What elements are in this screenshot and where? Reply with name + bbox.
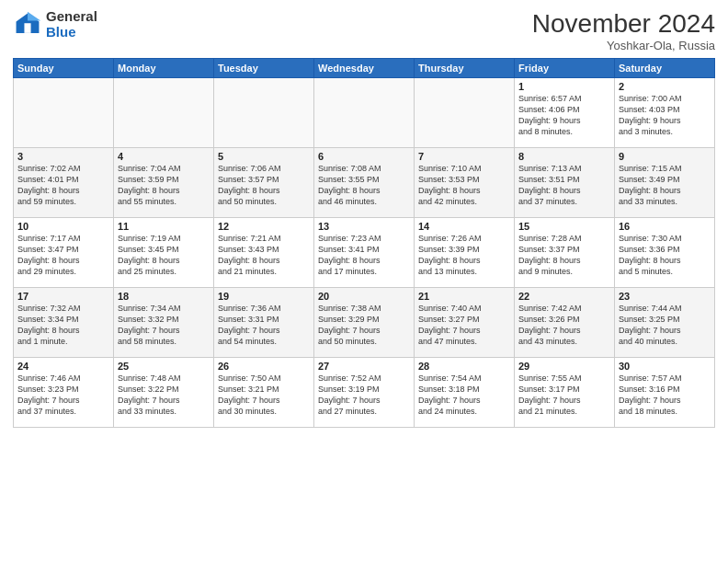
- day-number: 22: [518, 291, 610, 302]
- day-cell: 5Sunrise: 7:06 AM Sunset: 3:57 PM Daylig…: [214, 148, 314, 218]
- day-info: Sunrise: 7:38 AM Sunset: 3:29 PM Dayligh…: [318, 303, 410, 348]
- day-number: 15: [518, 221, 610, 232]
- day-cell: 20Sunrise: 7:38 AM Sunset: 3:29 PM Dayli…: [314, 288, 415, 358]
- day-info: Sunrise: 7:46 AM Sunset: 3:23 PM Dayligh…: [17, 373, 109, 418]
- day-number: 18: [118, 291, 210, 302]
- day-number: 1: [518, 81, 610, 92]
- day-cell: 24Sunrise: 7:46 AM Sunset: 3:23 PM Dayli…: [14, 358, 114, 428]
- week-row-4: 24Sunrise: 7:46 AM Sunset: 3:23 PM Dayli…: [14, 358, 715, 428]
- weekday-header-row: Sunday Monday Tuesday Wednesday Thursday…: [14, 59, 715, 78]
- day-cell: 11Sunrise: 7:19 AM Sunset: 3:45 PM Dayli…: [114, 218, 214, 288]
- day-cell: [314, 78, 415, 148]
- day-cell: 3Sunrise: 7:02 AM Sunset: 4:01 PM Daylig…: [14, 148, 114, 218]
- day-number: 12: [218, 221, 310, 232]
- day-info: Sunrise: 7:36 AM Sunset: 3:31 PM Dayligh…: [218, 303, 310, 348]
- day-cell: 13Sunrise: 7:23 AM Sunset: 3:41 PM Dayli…: [314, 218, 415, 288]
- day-number: 28: [418, 361, 510, 372]
- day-info: Sunrise: 7:19 AM Sunset: 3:45 PM Dayligh…: [118, 233, 210, 278]
- day-info: Sunrise: 7:08 AM Sunset: 3:55 PM Dayligh…: [318, 163, 410, 208]
- svg-rect-2: [24, 23, 30, 33]
- subtitle: Yoshkar-Ola, Russia: [532, 39, 715, 52]
- header: General Blue November 2024 Yoshkar-Ola, …: [13, 9, 715, 52]
- day-cell: 18Sunrise: 7:34 AM Sunset: 3:32 PM Dayli…: [114, 288, 214, 358]
- day-cell: 26Sunrise: 7:50 AM Sunset: 3:21 PM Dayli…: [214, 358, 314, 428]
- day-cell: 25Sunrise: 7:48 AM Sunset: 3:22 PM Dayli…: [114, 358, 214, 428]
- day-cell: 21Sunrise: 7:40 AM Sunset: 3:27 PM Dayli…: [415, 288, 515, 358]
- day-number: 21: [418, 291, 510, 302]
- day-number: 3: [17, 151, 109, 162]
- day-cell: 22Sunrise: 7:42 AM Sunset: 3:26 PM Dayli…: [515, 288, 615, 358]
- day-info: Sunrise: 7:28 AM Sunset: 3:37 PM Dayligh…: [518, 233, 610, 278]
- day-info: Sunrise: 7:57 AM Sunset: 3:16 PM Dayligh…: [619, 373, 711, 418]
- day-cell: 7Sunrise: 7:10 AM Sunset: 3:53 PM Daylig…: [415, 148, 515, 218]
- day-info: Sunrise: 7:13 AM Sunset: 3:51 PM Dayligh…: [518, 163, 610, 208]
- day-number: 26: [218, 361, 310, 372]
- weekday-friday: Friday: [515, 59, 615, 78]
- day-info: Sunrise: 7:48 AM Sunset: 3:22 PM Dayligh…: [118, 373, 210, 418]
- week-row-0: 1Sunrise: 6:57 AM Sunset: 4:06 PM Daylig…: [14, 78, 715, 148]
- day-info: Sunrise: 7:02 AM Sunset: 4:01 PM Dayligh…: [17, 163, 109, 208]
- day-info: Sunrise: 7:15 AM Sunset: 3:49 PM Dayligh…: [619, 163, 711, 208]
- day-info: Sunrise: 7:40 AM Sunset: 3:27 PM Dayligh…: [418, 303, 510, 348]
- day-number: 13: [318, 221, 410, 232]
- day-cell: [415, 78, 515, 148]
- day-cell: 4Sunrise: 7:04 AM Sunset: 3:59 PM Daylig…: [114, 148, 214, 218]
- day-number: 5: [218, 151, 310, 162]
- day-info: Sunrise: 7:17 AM Sunset: 3:47 PM Dayligh…: [17, 233, 109, 278]
- day-number: 8: [518, 151, 610, 162]
- day-cell: 28Sunrise: 7:54 AM Sunset: 3:18 PM Dayli…: [415, 358, 515, 428]
- day-info: Sunrise: 7:42 AM Sunset: 3:26 PM Dayligh…: [518, 303, 610, 348]
- day-info: Sunrise: 7:54 AM Sunset: 3:18 PM Dayligh…: [418, 373, 510, 418]
- day-cell: 14Sunrise: 7:26 AM Sunset: 3:39 PM Dayli…: [415, 218, 515, 288]
- month-title: November 2024: [532, 9, 715, 39]
- day-cell: 17Sunrise: 7:32 AM Sunset: 3:34 PM Dayli…: [14, 288, 114, 358]
- week-row-1: 3Sunrise: 7:02 AM Sunset: 4:01 PM Daylig…: [14, 148, 715, 218]
- day-cell: [114, 78, 214, 148]
- day-cell: 16Sunrise: 7:30 AM Sunset: 3:36 PM Dayli…: [615, 218, 715, 288]
- weekday-tuesday: Tuesday: [214, 59, 314, 78]
- day-cell: 30Sunrise: 7:57 AM Sunset: 3:16 PM Dayli…: [615, 358, 715, 428]
- day-number: 27: [318, 361, 410, 372]
- day-cell: 9Sunrise: 7:15 AM Sunset: 3:49 PM Daylig…: [615, 148, 715, 218]
- day-number: 30: [619, 361, 711, 372]
- weekday-sunday: Sunday: [14, 59, 114, 78]
- day-number: 19: [218, 291, 310, 302]
- day-number: 14: [418, 221, 510, 232]
- day-cell: 12Sunrise: 7:21 AM Sunset: 3:43 PM Dayli…: [214, 218, 314, 288]
- svg-marker-1: [28, 11, 40, 20]
- logo: General Blue: [13, 9, 97, 40]
- logo-blue: Blue: [46, 25, 97, 40]
- day-number: 2: [619, 81, 711, 92]
- day-number: 25: [118, 361, 210, 372]
- day-number: 7: [418, 151, 510, 162]
- day-cell: 2Sunrise: 7:00 AM Sunset: 4:03 PM Daylig…: [615, 78, 715, 148]
- day-info: Sunrise: 7:00 AM Sunset: 4:03 PM Dayligh…: [619, 93, 711, 138]
- day-cell: 27Sunrise: 7:52 AM Sunset: 3:19 PM Dayli…: [314, 358, 415, 428]
- title-block: November 2024 Yoshkar-Ola, Russia: [532, 9, 715, 52]
- day-info: Sunrise: 7:34 AM Sunset: 3:32 PM Dayligh…: [118, 303, 210, 348]
- day-cell: [14, 78, 114, 148]
- day-cell: 8Sunrise: 7:13 AM Sunset: 3:51 PM Daylig…: [515, 148, 615, 218]
- day-number: 20: [318, 291, 410, 302]
- day-cell: 29Sunrise: 7:55 AM Sunset: 3:17 PM Dayli…: [515, 358, 615, 428]
- page: General Blue November 2024 Yoshkar-Ola, …: [0, 0, 728, 563]
- day-cell: 19Sunrise: 7:36 AM Sunset: 3:31 PM Dayli…: [214, 288, 314, 358]
- logo-text: General Blue: [46, 9, 97, 40]
- logo-general: General: [46, 9, 97, 25]
- week-row-3: 17Sunrise: 7:32 AM Sunset: 3:34 PM Dayli…: [14, 288, 715, 358]
- day-cell: 23Sunrise: 7:44 AM Sunset: 3:25 PM Dayli…: [615, 288, 715, 358]
- weekday-saturday: Saturday: [615, 59, 715, 78]
- day-number: 9: [619, 151, 711, 162]
- day-info: Sunrise: 7:30 AM Sunset: 3:36 PM Dayligh…: [619, 233, 711, 278]
- day-number: 11: [118, 221, 210, 232]
- weekday-wednesday: Wednesday: [314, 59, 415, 78]
- day-number: 24: [17, 361, 109, 372]
- calendar: Sunday Monday Tuesday Wednesday Thursday…: [13, 58, 715, 428]
- day-info: Sunrise: 7:32 AM Sunset: 3:34 PM Dayligh…: [17, 303, 109, 348]
- day-number: 29: [518, 361, 610, 372]
- day-number: 4: [118, 151, 210, 162]
- day-info: Sunrise: 7:52 AM Sunset: 3:19 PM Dayligh…: [318, 373, 410, 418]
- logo-icon: [13, 10, 42, 40]
- day-info: Sunrise: 7:26 AM Sunset: 3:39 PM Dayligh…: [418, 233, 510, 278]
- day-info: Sunrise: 7:10 AM Sunset: 3:53 PM Dayligh…: [418, 163, 510, 208]
